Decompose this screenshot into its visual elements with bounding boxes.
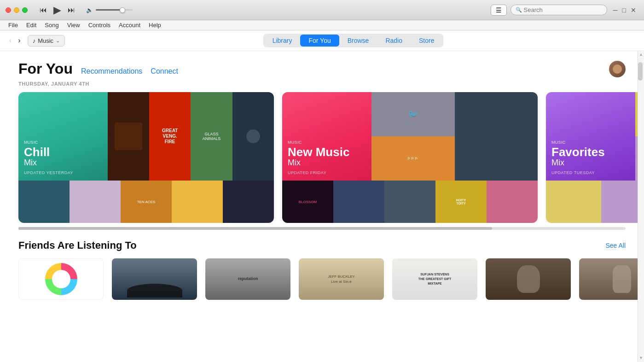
chill-card-featured: MUSIC Chill Mix UPDATED YESTERDAY [18, 92, 108, 181]
rewind-button[interactable]: ⏮ [40, 6, 47, 14]
friend-album-6[interactable] [486, 258, 571, 300]
new-music-type: Mix [288, 158, 366, 168]
list-view-button[interactable]: ☰ [491, 5, 507, 16]
maximize-button[interactable] [22, 7, 28, 13]
art-extra [232, 92, 274, 181]
nm-bottom-4-inner: HOITYTOITY [435, 181, 487, 223]
os-close-button[interactable]: ✕ [628, 6, 638, 14]
friends-header: Friends Are Listening To See All [18, 239, 626, 251]
friend-album-4[interactable]: JEFF BUCKLEYLive at Sin-é [299, 258, 384, 300]
os-minimize-button[interactable]: ─ [611, 6, 620, 14]
friend-album-5[interactable]: SUFJAN STEVENSTHE GREATEST GIFTMIXTAPE [392, 258, 477, 300]
bottom-art-2 [70, 181, 121, 223]
apple-music-badge-fav: MUSIC [551, 140, 630, 145]
nm-art-1-icon: 🐦 [407, 109, 419, 120]
favorites-mix-card[interactable]: MUSIC Favorites Mix UPDATED TUESDAY 🌸 💐 [546, 92, 644, 223]
fav-mix-updated: UPDATED TUESDAY [551, 170, 630, 175]
play-button[interactable]: ▶ [53, 4, 61, 16]
chrome-left: ⏮ ▶ ⏭ 🔈 [0, 4, 193, 16]
minimize-button[interactable] [14, 7, 19, 13]
horizontal-scrollbar[interactable] [0, 227, 644, 230]
tab-for-you[interactable]: For You [300, 35, 339, 47]
tab-radio[interactable]: Radio [377, 35, 411, 47]
user-avatar[interactable] [609, 61, 626, 77]
art-dark-album [108, 92, 149, 181]
chill-card-top: MUSIC Chill Mix UPDATED YESTERDAY G [18, 92, 274, 181]
bottom-art-3: TEN ACES [121, 181, 172, 223]
app-window: ⏮ ▶ ⏭ 🔈 ☰ 🔍 ─ [0, 0, 644, 362]
nm-art-3-inner: 🏳🏳🏳 [371, 136, 455, 181]
art-fire-text: GREATVENG.FIRE [162, 128, 178, 145]
art-glass-animals: GLASSANIMALS [191, 92, 232, 181]
art-dark-inner [115, 123, 142, 150]
search-box: 🔍 [511, 5, 607, 15]
friend-art-1 [18, 258, 104, 300]
nm-art-1: 🐦 [371, 92, 455, 136]
recommendations-link[interactable]: Recommendations [81, 67, 142, 76]
vertical-scrollbar[interactable]: ▲ ▼ [638, 51, 644, 362]
volume-thumb[interactable] [120, 7, 125, 13]
nm-art-4 [455, 136, 538, 181]
volume-slider[interactable] [96, 9, 133, 11]
traffic-lights [6, 7, 28, 13]
chevron-icon: ⌄ [56, 38, 60, 44]
connect-link[interactable]: Connect [151, 67, 178, 76]
menu-song[interactable]: Song [41, 21, 62, 29]
bottom-art-1 [18, 181, 70, 223]
chill-right-top: GREATVENG.FIRE GLASSANIMALS [108, 92, 274, 181]
nav-arrows: ‹ › [7, 35, 23, 46]
nm-bottom-1-text: BLOSSOM [299, 200, 317, 204]
see-all-link[interactable]: See All [605, 242, 626, 249]
new-music-card-top: MUSIC New Music Mix UPDATED FRIDAY 🐦 [282, 92, 538, 181]
apple-music-logo [45, 263, 77, 295]
os-restore-button[interactable]: □ [620, 6, 628, 14]
library-label: Music [38, 37, 53, 44]
close-button[interactable] [6, 7, 11, 13]
nav-back-button[interactable]: ‹ [7, 35, 14, 46]
nm-bottom-4-text: HOITYTOITY [456, 199, 466, 205]
library-selector[interactable]: ♪ Music ⌄ [28, 35, 65, 47]
art-glass-text: GLASSANIMALS [203, 132, 221, 141]
scroll-handle[interactable] [638, 62, 643, 81]
avatar-face [613, 64, 622, 74]
friend-album-3[interactable]: reputation [205, 258, 290, 300]
nav-forward-button[interactable]: › [16, 35, 23, 46]
menu-controls[interactable]: Controls [85, 21, 114, 29]
fast-forward-button[interactable]: ⏭ [68, 6, 75, 14]
menu-help[interactable]: Help [145, 21, 165, 29]
fav-bottom-1 [546, 181, 601, 223]
apple-music-logo-inner [52, 270, 70, 288]
new-music-card[interactable]: MUSIC New Music Mix UPDATED FRIDAY 🐦 [282, 92, 538, 223]
fav-card-top: MUSIC Favorites Mix UPDATED TUESDAY 🌸 💐 [546, 92, 644, 181]
tab-store[interactable]: Store [411, 35, 442, 47]
menu-file[interactable]: File [5, 21, 22, 29]
playback-controls: ⏮ ▶ ⏭ 🔈 [30, 4, 137, 16]
window-controls: ☰ [491, 5, 507, 16]
nm-art-1-inner: 🐦 [371, 92, 455, 136]
scroll-up-button[interactable]: ▲ [638, 51, 644, 58]
car-silhouette [127, 284, 182, 298]
search-icon: 🔍 [516, 7, 522, 13]
tab-browse[interactable]: Browse [339, 35, 377, 47]
scroll-thumb[interactable] [18, 227, 492, 230]
new-music-right-grid: 🐦 🏳🏳🏳 [371, 92, 538, 181]
fav-card-bottom [546, 181, 644, 223]
friend-album-2[interactable] [112, 258, 197, 300]
scroll-track [18, 227, 626, 230]
volume-icon: 🔈 [86, 7, 93, 13]
chill-mix-card[interactable]: MUSIC Chill Mix UPDATED YESTERDAY G [18, 92, 274, 223]
menu-edit[interactable]: Edit [23, 21, 40, 29]
page-title: For You [18, 60, 73, 77]
menu-account[interactable]: Account [115, 21, 144, 29]
tab-group: Library For You Browse Radio Store [70, 34, 637, 47]
tab-library[interactable]: Library [264, 35, 301, 47]
friend-album-1[interactable] [18, 258, 104, 300]
scroll-down-button[interactable]: ▼ [638, 355, 644, 361]
scroll-track-vertical [638, 58, 644, 355]
chill-mix-type: Mix [24, 158, 102, 168]
menu-view[interactable]: View [64, 21, 84, 29]
chrome-right: ☰ 🔍 ─ □ ✕ [451, 5, 644, 16]
friend-album-7[interactable] [579, 258, 644, 300]
search-input[interactable] [524, 6, 598, 13]
friend-art-7 [579, 258, 644, 300]
